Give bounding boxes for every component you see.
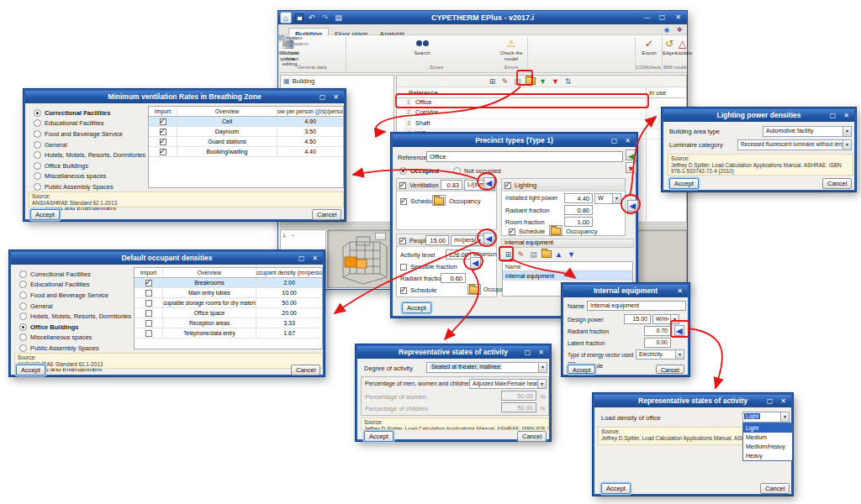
category-radio[interactable]: Office Buildings bbox=[29, 160, 145, 171]
close-icon[interactable]: ✕ bbox=[841, 111, 852, 120]
category-radio[interactable]: Miscellaneous spaces bbox=[14, 333, 131, 344]
activity-level-value[interactable]: 126.00 bbox=[446, 249, 471, 260]
category-radio[interactable]: Educational Facilities bbox=[29, 118, 145, 129]
lighting-checkbox[interactable]: Lighting bbox=[504, 181, 536, 189]
dialog-titlebar[interactable]: Minimum ventilation Rates in Breathing Z… bbox=[25, 91, 344, 103]
radiant-fraction-value[interactable]: 0.80 bbox=[564, 205, 593, 215]
maximize-icon[interactable]: ▢ bbox=[827, 111, 838, 120]
equipment-row[interactable]: Internal equipment bbox=[503, 271, 632, 281]
close-icon[interactable]: ✕ bbox=[674, 286, 685, 296]
open-equipment-icon[interactable] bbox=[541, 249, 552, 260]
zone-row[interactable]: 2Corridor bbox=[404, 108, 686, 118]
installed-light-power-value[interactable]: 4.40 bbox=[564, 193, 593, 203]
import-checkbox[interactable] bbox=[135, 318, 163, 328]
building-area-type-select[interactable]: Automotive facility▾ bbox=[763, 126, 852, 137]
degree-of-activity-select[interactable]: Seated at theater, matinee▾ bbox=[426, 362, 547, 373]
dialog-titlebar[interactable]: Internal equipment ✕ bbox=[563, 285, 688, 297]
cancel-button[interactable]: Cancel bbox=[822, 178, 852, 189]
category-radio[interactable]: Food and Beverage Service bbox=[14, 290, 131, 301]
import-checkbox[interactable] bbox=[149, 117, 177, 126]
category-radio[interactable]: Public Assembly Spaces bbox=[14, 343, 131, 354]
table-row[interactable]: Reception areas 3.33 bbox=[135, 318, 322, 328]
save-icon[interactable] bbox=[295, 13, 304, 22]
accept-button[interactable]: Accept bbox=[601, 483, 631, 494]
category-radio[interactable]: Miscellaneous spaces bbox=[29, 171, 145, 182]
dialog-titlebar[interactable]: Default occupant densities ▢✕ bbox=[11, 252, 323, 265]
accept-button[interactable]: Accept bbox=[568, 365, 595, 374]
close-button[interactable]: ✕ bbox=[672, 13, 684, 23]
category-radio[interactable]: Public Assembly Spaces bbox=[29, 181, 145, 192]
maximize-icon[interactable]: ▢ bbox=[296, 254, 307, 263]
copy-equipment-icon[interactable]: ▤ bbox=[528, 249, 539, 260]
import-checkbox[interactable] bbox=[135, 278, 163, 287]
table-row[interactable]: Booking/waiting 4.40 bbox=[149, 147, 343, 157]
category-radio[interactable]: General bbox=[14, 301, 131, 312]
update-button[interactable]: △Update bbox=[676, 37, 689, 56]
check-model-button[interactable]: ⚠Check the model bbox=[499, 37, 524, 61]
people-value[interactable]: 15.00 bbox=[425, 235, 449, 245]
dialog-titlebar[interactable]: Lighting power densities ▢✕ bbox=[663, 109, 854, 122]
table-row[interactable]: Occupiable storage rooms for dry materia… bbox=[135, 298, 322, 308]
maximize-button[interactable]: ▢ bbox=[656, 13, 668, 23]
ventilation-checkbox[interactable]: Ventilation bbox=[399, 181, 439, 189]
schedule-folder-icon[interactable] bbox=[432, 195, 446, 206]
radiant-fraction-value[interactable]: 0.70 bbox=[644, 326, 671, 336]
maximize-icon[interactable]: ▢ bbox=[522, 348, 533, 357]
table-row[interactable]: Office space 20.00 bbox=[135, 308, 322, 318]
sensible-fraction-checkbox[interactable]: Sensible fraction bbox=[400, 263, 457, 270]
undo-icon[interactable]: ↶ bbox=[306, 13, 317, 23]
category-radio[interactable]: Hotels, Motels, Resorts, Dormitories bbox=[14, 311, 131, 322]
accept-button[interactable]: Accept bbox=[669, 178, 699, 189]
import-checkbox[interactable] bbox=[135, 328, 163, 338]
import-type-icon[interactable]: ▼ bbox=[537, 76, 548, 87]
move-up-icon[interactable]: ▲ bbox=[553, 249, 564, 260]
export-type-icon[interactable]: ▼ bbox=[550, 76, 561, 87]
not-occupied-radio[interactable]: Not occupied bbox=[453, 167, 501, 175]
close-icon[interactable]: ✕ bbox=[622, 136, 633, 145]
accept-button[interactable]: Accept bbox=[402, 302, 431, 313]
dropdown-option[interactable]: Medium/Heavy bbox=[743, 442, 792, 451]
category-radio[interactable]: Educational Facilities bbox=[14, 280, 131, 291]
axis-icon[interactable]: λ bbox=[283, 232, 286, 239]
globe-icon[interactable]: ◉ bbox=[662, 25, 672, 34]
move-down-icon[interactable]: ▼ bbox=[566, 249, 577, 260]
accept-button[interactable]: Accept bbox=[16, 365, 45, 375]
clipboard-button[interactable]: ▥Paste bbox=[278, 35, 302, 41]
minimize-button[interactable]: — bbox=[641, 13, 653, 23]
import-checkbox[interactable] bbox=[135, 308, 163, 318]
zone-row[interactable]: 3Shaft bbox=[404, 119, 686, 129]
cancel-button[interactable]: Cancel bbox=[517, 431, 547, 442]
import-checkbox[interactable] bbox=[149, 127, 177, 136]
table-row[interactable]: Guard stations 4.50 bbox=[149, 137, 343, 147]
category-radio[interactable]: Hotels, Motels, Resorts, Dormitories bbox=[29, 150, 145, 160]
ventilation-import-arrow-button[interactable]: ◀ bbox=[483, 177, 494, 189]
light-power-unit-select[interactable]: W▾ bbox=[594, 193, 621, 204]
percentage-select[interactable]: Adjusted Male/Female heat gain▾ bbox=[469, 379, 547, 389]
cancel-button[interactable]: Cancel bbox=[760, 483, 790, 494]
dialog-titlebar[interactable]: Representative states of activity ▢✕ bbox=[357, 346, 549, 359]
export-precinct-icon[interactable]: ▼ bbox=[626, 162, 637, 173]
name-input[interactable]: Internal equipment bbox=[587, 301, 686, 311]
category-radio[interactable]: Office Buildings bbox=[14, 322, 131, 333]
table-row[interactable]: Dayroom 3.50 bbox=[149, 127, 343, 137]
addons-icon[interactable]: ❖ bbox=[674, 25, 684, 34]
import-checkbox[interactable] bbox=[135, 288, 163, 297]
copy-type-icon[interactable]: ▤ bbox=[512, 76, 523, 87]
table-row[interactable]: Telephone/data entry 1.67 bbox=[135, 328, 322, 339]
zoom-plus-icon[interactable]: + bbox=[291, 232, 295, 239]
recent-files-icon[interactable]: ▤ bbox=[333, 13, 344, 23]
close-icon[interactable]: ✕ bbox=[309, 254, 320, 263]
dropdown-option[interactable]: Light bbox=[743, 423, 792, 433]
dropdown-option[interactable]: Heavy bbox=[743, 451, 792, 460]
reference-input[interactable]: Office bbox=[426, 151, 623, 162]
add-equipment-icon[interactable]: ⊞ bbox=[503, 249, 514, 260]
import-checkbox[interactable] bbox=[149, 137, 177, 146]
activity-import-arrow-button[interactable]: ◀ bbox=[470, 257, 481, 269]
load-density-select[interactable]: Light▾ bbox=[742, 412, 790, 423]
category-radio[interactable]: General bbox=[29, 139, 145, 150]
radiant-fraction-value[interactable]: 0.60 bbox=[441, 273, 466, 283]
sync-types-icon[interactable]: ⇅ bbox=[563, 76, 573, 87]
zone-row[interactable]: 1Office bbox=[404, 98, 686, 108]
accept-button[interactable]: Accept bbox=[30, 209, 60, 220]
cancel-button[interactable]: Cancel bbox=[291, 365, 320, 375]
